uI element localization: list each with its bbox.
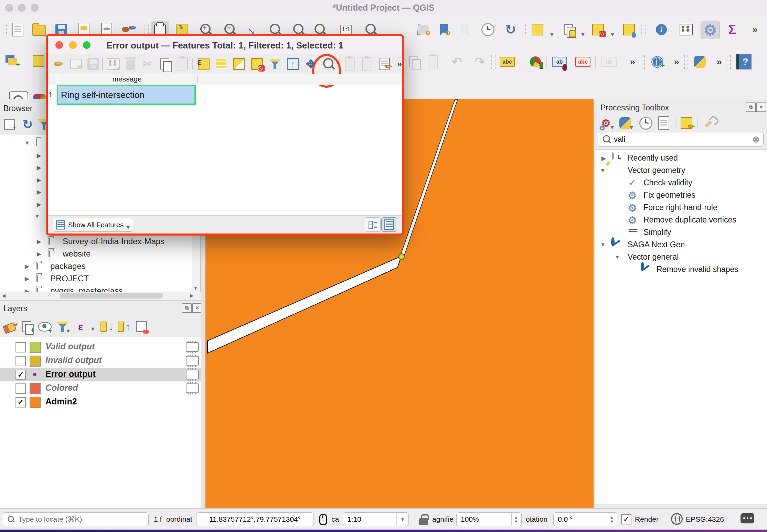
scroll-right-icon[interactable]: ▶ <box>190 293 193 298</box>
tree-expander[interactable]: ▶ <box>601 155 606 162</box>
dialog-toolbar-overflow[interactable]: » <box>392 56 407 72</box>
invert-selection-button[interactable] <box>232 56 247 72</box>
add-group-button[interactable]: + <box>19 319 34 334</box>
layer-checkbox[interactable] <box>15 342 26 352</box>
layer-checkbox[interactable] <box>15 383 26 394</box>
toolbar-grip[interactable] <box>641 23 646 36</box>
column-header-message[interactable]: message <box>57 75 198 83</box>
select-features-button[interactable] <box>530 22 545 37</box>
scale-combo[interactable]: ▼ <box>343 512 409 526</box>
tree-expander[interactable]: ▼ <box>615 254 620 260</box>
copy-features-button[interactable] <box>406 54 421 69</box>
layer-name[interactable]: Error output <box>45 369 96 379</box>
filter-by-expression-button[interactable]: ε <box>73 319 88 334</box>
toolbar-grip[interactable] <box>522 23 526 36</box>
rotation-spinner[interactable]: ▲▼ <box>607 513 616 525</box>
tree-expander[interactable]: ▼ <box>600 242 606 248</box>
collapse-all-button[interactable]: ↑ <box>116 319 131 334</box>
plugin-toolbar-overflow[interactable]: » <box>712 54 727 69</box>
tree-expander[interactable]: ▼ <box>600 167 606 174</box>
processing-group[interactable]: ▼ SAGA Next Gen <box>595 239 767 251</box>
delete-selected-button[interactable] <box>123 56 138 72</box>
tree-expander[interactable]: ▶ <box>37 152 41 159</box>
redo-button[interactable]: ↷ <box>472 54 487 69</box>
magnifier-input[interactable] <box>457 515 503 524</box>
data-source-manager-button[interactable]: + <box>5 54 20 69</box>
form-view-button[interactable] <box>365 217 381 232</box>
selected-cell[interactable]: Ring self-intersection <box>57 85 196 105</box>
refresh-map-button[interactable]: ↻ <box>503 22 518 37</box>
label-toolbar-overflow[interactable]: » <box>625 54 640 69</box>
crs-globe-icon[interactable] <box>671 513 683 525</box>
toggle-extents-icon[interactable] <box>317 513 329 526</box>
coordinate-box[interactable] <box>196 512 314 526</box>
deselect-features-button[interactable]: ⃠ <box>590 22 606 37</box>
processing-group[interactable]: ▶ Recently used <box>595 152 767 165</box>
processing-group[interactable]: ▼ Vector geometry <box>595 165 767 177</box>
layer-row[interactable]: Colored <box>0 381 201 395</box>
toolbar-grip[interactable] <box>3 23 7 36</box>
temporal-controller-button[interactable] <box>480 22 496 37</box>
lock-scale-icon[interactable] <box>418 513 429 526</box>
memory-layer-icon[interactable] <box>186 383 199 393</box>
add-vector-layer-button[interactable] <box>31 54 46 69</box>
models-button[interactable]: ⚙⚙▼ <box>598 116 614 131</box>
add-feature-button[interactable]: ▼ <box>106 56 121 72</box>
move-label-button[interactable]: ab <box>601 54 617 69</box>
select-by-form-button[interactable] <box>561 22 576 37</box>
results-viewer-button[interactable] <box>656 116 671 131</box>
cut-features-button[interactable]: ✂ <box>140 56 155 72</box>
tree-expander[interactable]: ▶ <box>37 177 41 183</box>
processing-algorithm[interactable]: ⚙ Fix geometries <box>595 189 767 202</box>
tree-expander[interactable]: ▶ <box>37 238 41 245</box>
magnifier-spinner[interactable]: ▲▼ <box>511 513 521 525</box>
coordinate-input[interactable] <box>199 515 311 524</box>
select-by-location-button[interactable] <box>621 22 637 37</box>
filter-legend-button[interactable]: ▼ <box>55 319 70 334</box>
statistical-summary-button[interactable] <box>679 22 694 37</box>
layer-checkbox[interactable]: ✓ <box>15 370 26 380</box>
browser-item[interactable]: ▶ website <box>0 249 201 261</box>
crs-label[interactable]: EPSG:4326 <box>686 515 724 523</box>
scale-input[interactable] <box>343 515 393 524</box>
layer-checkbox[interactable]: ✓ <box>15 397 26 408</box>
magnifier-spinbox[interactable]: ▲▼ <box>456 512 522 526</box>
select-all-button[interactable] <box>214 56 229 72</box>
layer-row[interactable]: ✓ Admin2 <box>0 395 201 409</box>
processing-algorithm[interactable]: Remove invalid shapes <box>595 264 767 276</box>
layer-row[interactable]: Invalid output <box>0 354 201 368</box>
layer-row-selected[interactable]: ✓ Error output <box>0 368 201 381</box>
show-bookmarks-button[interactable] <box>456 22 471 37</box>
show-statistics-button[interactable]: Σ <box>725 22 740 37</box>
expression-dropdown-icon[interactable]: ▼ <box>90 326 96 332</box>
manage-map-themes-button[interactable]: ▼ <box>37 319 52 334</box>
delete-field-button[interactable] <box>360 56 375 72</box>
browser-item[interactable]: ▶ PROJECT <box>0 273 201 286</box>
feature-filter-button[interactable]: Show All Features ▼ <box>53 218 133 232</box>
toolbar-grip[interactable] <box>491 55 496 69</box>
toolbar-grip[interactable] <box>727 55 731 69</box>
browser-item[interactable]: ▶ Survey-of-India-Index-Maps <box>0 236 201 249</box>
tree-expander[interactable]: ▶ <box>25 263 29 270</box>
copy-features-button[interactable] <box>157 56 172 72</box>
scroll-down-icon[interactable]: ▼ <box>193 286 198 291</box>
multiedit-button[interactable]: ✏ <box>68 56 84 72</box>
toolbar-overflow-button[interactable]: » <box>747 22 763 37</box>
tree-expander[interactable]: ▶ <box>37 201 41 208</box>
move-selection-top-button[interactable]: ↑ <box>285 56 300 72</box>
new-map-view-button[interactable]: ⚙ <box>416 22 431 37</box>
edit-in-place-button[interactable]: ✏ <box>679 116 694 131</box>
processing-algorithm[interactable]: ✓ Check validity <box>595 177 767 189</box>
layer-diagram-button[interactable] <box>528 54 543 69</box>
expand-all-button[interactable]: ↓ <box>99 319 114 334</box>
deselect-all-button[interactable]: ⃠ <box>249 56 265 72</box>
scroll-left-icon[interactable]: ◀ <box>2 293 6 298</box>
save-edits-button[interactable] <box>86 56 101 72</box>
memory-layer-icon[interactable] <box>186 356 199 366</box>
locator-input[interactable] <box>18 515 148 524</box>
field-calculator-button[interactable]: ✏ <box>377 56 392 72</box>
web-toolbar-overflow[interactable]: » <box>669 54 684 69</box>
toolbar-grip[interactable] <box>641 55 645 69</box>
processing-search-input[interactable] <box>613 134 752 144</box>
layer-name[interactable]: Colored <box>45 383 78 393</box>
